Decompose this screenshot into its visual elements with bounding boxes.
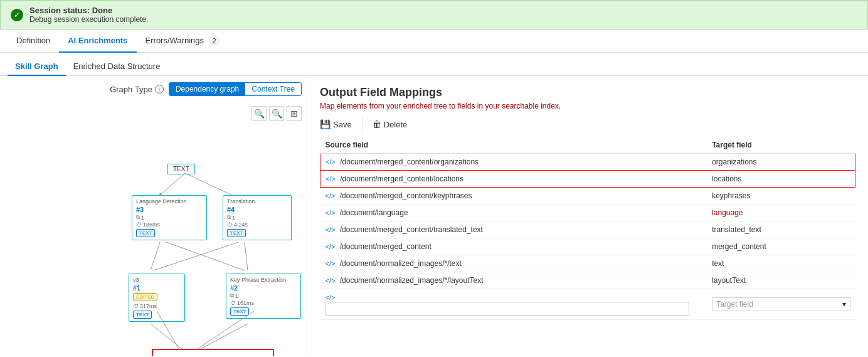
source-field-header: Source field xyxy=(320,137,707,154)
new-target-cell[interactable]: Target field ▾ xyxy=(707,289,855,320)
source-cell: </> /document/merged_content/locations xyxy=(320,171,707,188)
table-row: </> /document/merged_content/organizatio… xyxy=(320,154,855,171)
right-panel: Output Field Mappings Map elements from … xyxy=(307,76,868,356)
v3-text-badge: TEXT xyxy=(133,311,152,319)
toolbar-separator xyxy=(362,118,363,131)
source-cell: </> /document/normalized_images/*/text xyxy=(320,255,707,272)
table-row: </> /document/merged_content merged_cont… xyxy=(320,238,855,255)
table-row: </> /document/language language xyxy=(320,205,855,221)
errors-badge: 2 xyxy=(209,36,220,45)
subtab-skill-graph[interactable]: Skill Graph xyxy=(8,58,66,76)
target-field-select[interactable]: Target field ▾ xyxy=(712,297,850,311)
v3-stat1: ⏱317ms xyxy=(133,303,181,309)
v3-badge: EDITED xyxy=(133,293,157,301)
svg-line-2 xyxy=(151,242,160,270)
source-cell: </> /document/merged_content/organizatio… xyxy=(320,154,707,171)
table-row: </> /document/merged_content/translated_… xyxy=(320,221,855,238)
lang-det-badge: TEXT xyxy=(136,229,155,237)
table-row: </> /document/normalized_images/*/layout… xyxy=(320,272,855,289)
table-row: </> /document/merged_content/keyphrases … xyxy=(320,188,855,205)
graph-panel: Graph Type i Dependency graph Context Tr… xyxy=(0,76,307,356)
code-icon: </> xyxy=(326,175,336,183)
source-cell: </> /document/merged_content xyxy=(320,238,707,255)
lang-det-num: #3 xyxy=(136,206,203,213)
keyphrases-title: Key Phrase Extraction xyxy=(230,277,297,283)
new-mapping-row: </> Target field ▾ xyxy=(320,289,855,320)
delete-button[interactable]: 🗑 Delete xyxy=(373,118,408,131)
code-icon: </> xyxy=(326,209,336,216)
translation-stat2: ⏱4.24s xyxy=(227,221,287,228)
skill-node-translation[interactable]: Translation #4 ⧉1 ⏱4.24s TEXT xyxy=(223,195,292,240)
target-cell: layoutText xyxy=(707,272,855,289)
target-cell: locations xyxy=(707,171,855,188)
tab-errors[interactable]: Errors/Warnings 2 xyxy=(137,29,229,53)
lang-det-stat2: ⏱186ms xyxy=(136,221,203,228)
svg-line-5 xyxy=(154,242,238,270)
new-source-cell: </> xyxy=(320,289,707,320)
context-tree-option[interactable]: Context Tree xyxy=(245,83,301,95)
toolbar: 💾 Save 🗑 Delete xyxy=(320,118,855,131)
code-icon: </> xyxy=(326,226,336,233)
toast-notification: ✓ Session status: Done Debug session exe… xyxy=(0,0,868,29)
keyphrases-badge: TEXT xyxy=(230,307,249,316)
graph-type-toggle: Dependency graph Context Tree xyxy=(169,82,302,96)
skill-node-keyphrases[interactable]: Key Phrase Extraction #2 ⧉1 ⏱161ms TEXT xyxy=(226,274,301,319)
svg-line-7 xyxy=(201,324,248,349)
main-content: Graph Type i Dependency graph Context Tr… xyxy=(0,76,868,356)
source-cell: </> /document/normalized_images/*/layout… xyxy=(320,272,707,289)
translation-num: #4 xyxy=(227,206,287,213)
v3-title: v3 xyxy=(133,277,181,283)
chevron-down-icon: ▾ xyxy=(842,300,846,309)
translation-title: Translation xyxy=(227,198,287,205)
svg-line-0 xyxy=(160,173,185,195)
panel-title: Output Field Mappings xyxy=(320,86,855,99)
graph-type-label: Graph Type i xyxy=(110,85,164,94)
svg-line-4 xyxy=(245,242,248,270)
subtab-enriched-data[interactable]: Enriched Data Structure xyxy=(66,58,168,76)
target-cell: translated_text xyxy=(707,221,855,238)
code-icon: </> xyxy=(326,243,336,250)
nav-tabs: Definition AI Enrichments Errors/Warning… xyxy=(0,29,868,53)
new-source-input[interactable] xyxy=(326,302,690,316)
svg-line-3 xyxy=(166,242,245,270)
code-icon: </> xyxy=(326,192,336,200)
save-icon: 💾 xyxy=(320,119,331,129)
translation-badge: TEXT xyxy=(227,229,246,237)
skill-node-v3[interactable]: v3 #1 EDITED ⏱317ms TEXT xyxy=(129,274,185,322)
panel-subtitle: Map elements from your enriched tree to … xyxy=(320,102,855,110)
table-row: </> /document/merged_content/locations l… xyxy=(320,171,855,188)
code-icon: </> xyxy=(326,294,336,301)
source-cell: </> /document/language xyxy=(320,205,707,221)
keyphrases-stat2: ⏱161ms xyxy=(230,300,297,306)
output-field-mappings-node[interactable]: Output Field Mappings xyxy=(152,349,274,356)
tab-ai-enrichments[interactable]: AI Enrichments xyxy=(59,29,136,53)
target-cell: keyphrases xyxy=(707,188,855,205)
code-icon: </> xyxy=(326,158,336,166)
graph-type-info-icon[interactable]: i xyxy=(155,85,164,93)
sub-tabs: Skill Graph Enriched Data Structure xyxy=(0,53,868,76)
svg-line-1 xyxy=(185,173,232,195)
target-cell: organizations xyxy=(707,154,855,171)
save-button[interactable]: 💾 Save xyxy=(320,118,352,131)
source-cell: </> /document/merged_content/keyphrases xyxy=(320,188,707,205)
skill-node-language-detection[interactable]: Language Detection #3 ⧉1 ⏱186ms TEXT xyxy=(132,195,207,240)
keyphrases-num: #2 xyxy=(230,284,297,292)
table-row: </> /document/normalized_images/*/text t… xyxy=(320,255,855,272)
toast-text: Session status: Done Debug session execu… xyxy=(29,6,148,24)
tab-definition[interactable]: Definition xyxy=(8,29,59,53)
toast-subtitle: Debug session execution complete. xyxy=(29,15,148,24)
target-cell: text xyxy=(707,255,855,272)
dependency-graph-option[interactable]: Dependency graph xyxy=(169,83,245,95)
svg-line-6 xyxy=(151,324,182,349)
target-cell: language xyxy=(707,205,855,221)
graph-canvas: TEXT Language Detection #3 ⧉1 ⏱186ms TEX… xyxy=(0,76,307,356)
target-field-header: Target field xyxy=(707,137,855,154)
lang-det-stat1: ⧉1 xyxy=(136,214,203,221)
code-icon: </> xyxy=(326,277,336,284)
toast-title: Session status: Done xyxy=(29,6,148,15)
keyphrases-stat1: ⧉1 xyxy=(230,292,297,299)
target-cell: merged_content xyxy=(707,238,855,255)
source-cell: </> /document/merged_content/translated_… xyxy=(320,221,707,238)
v3-num: #1 xyxy=(133,284,181,292)
top-text-badge: TEXT xyxy=(167,164,195,174)
